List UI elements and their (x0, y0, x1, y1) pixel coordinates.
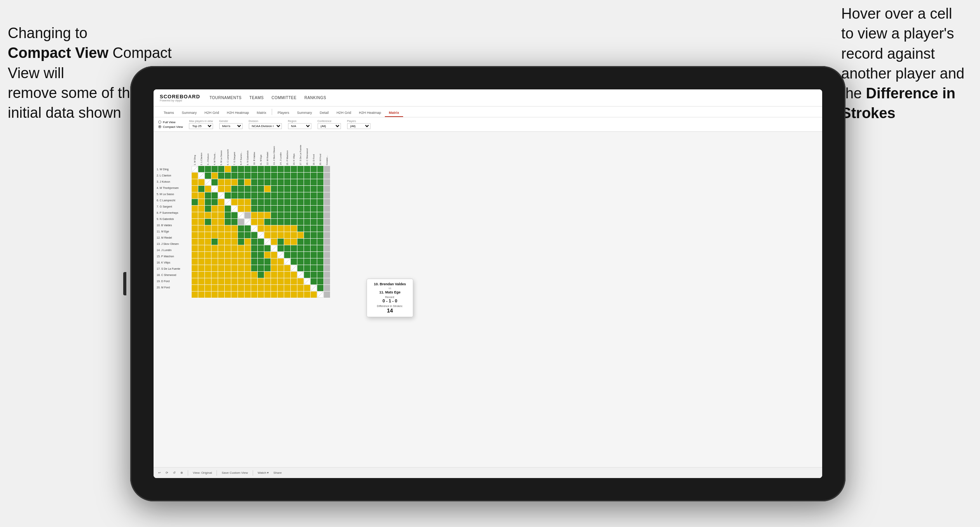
tab-matrix2-active[interactable]: Matrix (385, 109, 403, 117)
grid-cell[interactable] (251, 278, 257, 284)
grid-cell[interactable] (245, 219, 251, 225)
grid-cell[interactable] (211, 258, 218, 265)
grid-cell[interactable] (192, 239, 198, 245)
grid-cell[interactable] (291, 272, 297, 278)
grid-cell[interactable] (324, 252, 330, 258)
grid-cell[interactable] (278, 166, 284, 172)
grid-cell[interactable] (245, 225, 251, 232)
grid-cell[interactable] (258, 219, 264, 225)
watch-button[interactable]: Watch ▾ (258, 471, 269, 475)
grid-cell[interactable] (317, 173, 323, 179)
grid-cell[interactable] (238, 278, 244, 284)
grid-cell[interactable] (218, 186, 224, 192)
grid-cell[interactable] (278, 219, 284, 225)
grid-cell[interactable] (311, 186, 317, 192)
grid-cell[interactable] (211, 199, 218, 205)
grid-cell[interactable] (278, 285, 284, 291)
grid-cell[interactable] (278, 245, 284, 251)
grid-cell[interactable] (225, 232, 231, 238)
grid-cell[interactable] (304, 278, 310, 284)
compact-view-radio[interactable] (158, 125, 161, 128)
grid-cell[interactable] (198, 173, 204, 179)
grid-cell[interactable] (225, 199, 231, 205)
grid-cell[interactable] (225, 272, 231, 278)
grid-cell[interactable] (205, 285, 211, 291)
grid-cell[interactable] (258, 173, 264, 179)
nav-rankings[interactable]: RANKINGS (304, 96, 326, 100)
grid-cell[interactable] (271, 192, 277, 199)
grid-cell[interactable] (324, 265, 330, 271)
grid-cell[interactable] (251, 179, 257, 185)
grid-cell[interactable] (251, 219, 257, 225)
grid-cell[interactable] (264, 291, 271, 298)
grid-cell[interactable] (192, 179, 198, 185)
grid-cell[interactable] (211, 186, 218, 192)
grid-cell[interactable] (264, 258, 271, 265)
grid-cell[interactable] (264, 192, 271, 199)
grid-cell[interactable] (192, 232, 198, 238)
grid-cell[interactable] (251, 272, 257, 278)
grid-cell[interactable] (304, 285, 310, 291)
grid-cell[interactable] (271, 252, 277, 258)
grid-cell[interactable] (284, 265, 290, 271)
grid-cell[interactable] (297, 186, 304, 192)
grid-cell[interactable] (258, 291, 264, 298)
grid-cell[interactable] (238, 186, 244, 192)
grid-cell[interactable] (245, 291, 251, 298)
grid-cell[interactable] (225, 278, 231, 284)
grid-cell[interactable] (198, 258, 204, 265)
grid-cell[interactable] (317, 239, 323, 245)
grid-cell[interactable] (304, 232, 310, 238)
grid-cell[interactable] (231, 199, 238, 205)
grid-cell[interactable] (317, 278, 323, 284)
grid-cell[interactable] (264, 206, 271, 212)
tab-h2h-heatmap2[interactable]: H2H Heatmap (355, 109, 385, 117)
grid-cell[interactable] (238, 272, 244, 278)
grid-cell[interactable] (211, 265, 218, 271)
grid-cell[interactable] (198, 265, 204, 271)
grid-cell[interactable] (311, 265, 317, 271)
grid-cell[interactable] (291, 173, 297, 179)
filter-gender-select[interactable]: Men's (219, 123, 243, 129)
grid-cell[interactable] (324, 285, 330, 291)
grid-cell[interactable] (205, 179, 211, 185)
grid-cell[interactable] (198, 239, 204, 245)
grid-cell[interactable] (251, 186, 257, 192)
grid-cell[interactable] (231, 225, 238, 232)
grid-cell[interactable] (297, 206, 304, 212)
grid-cell[interactable] (324, 212, 330, 218)
grid-cell[interactable] (317, 225, 323, 232)
grid-cell[interactable] (218, 258, 224, 265)
grid-cell[interactable] (198, 272, 204, 278)
grid-cell[interactable] (198, 225, 204, 232)
grid-cell[interactable] (304, 252, 310, 258)
grid-cell[interactable] (205, 166, 211, 172)
grid-cell[interactable] (284, 212, 290, 218)
grid-cell[interactable] (291, 265, 297, 271)
grid-cell[interactable] (297, 252, 304, 258)
grid-cell[interactable] (251, 192, 257, 199)
grid-cell[interactable] (324, 173, 330, 179)
grid-cell[interactable] (264, 232, 271, 238)
grid-cell[interactable] (245, 173, 251, 179)
grid-cell[interactable] (205, 272, 211, 278)
grid-cell[interactable] (225, 225, 231, 232)
grid-cell[interactable] (198, 285, 204, 291)
grid-cell[interactable] (278, 252, 284, 258)
grid-cell[interactable] (205, 239, 211, 245)
grid-cell[interactable] (245, 252, 251, 258)
grid-cell[interactable] (271, 239, 277, 245)
grid-cell[interactable] (264, 272, 271, 278)
grid-cell[interactable] (218, 219, 224, 225)
grid-cell[interactable] (278, 265, 284, 271)
grid-cell[interactable] (211, 252, 218, 258)
grid-cell[interactable] (231, 285, 238, 291)
grid-cell[interactable] (251, 199, 257, 205)
grid-cell[interactable] (264, 199, 271, 205)
grid-cell[interactable] (205, 206, 211, 212)
grid-cell[interactable] (324, 291, 330, 298)
grid-cell[interactable] (317, 219, 323, 225)
grid-cell[interactable] (258, 225, 264, 232)
grid-cell[interactable] (311, 291, 317, 298)
grid-cell[interactable] (264, 285, 271, 291)
